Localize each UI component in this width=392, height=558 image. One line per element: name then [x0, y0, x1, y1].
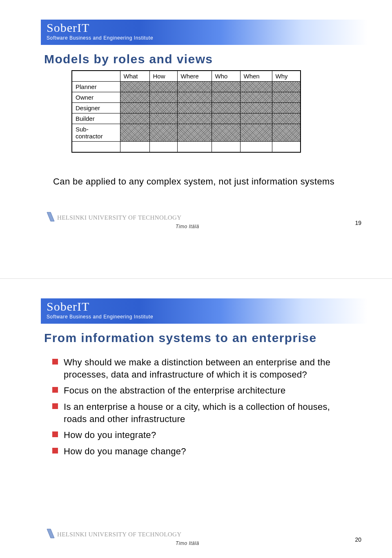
- slide-2: SoberIT Software Business and Engineerin…: [0, 279, 392, 558]
- col-head-who: Who: [212, 71, 240, 82]
- table-caption: Can be applied to any complex system, no…: [53, 176, 343, 188]
- row-head-builder: Builder: [72, 113, 120, 124]
- table-cell: [240, 113, 272, 124]
- bullet-text: Why should we make a distinction between…: [64, 356, 355, 380]
- footer-university: HELSINKI UNIVERSITY OF TECHNOLOGY: [57, 531, 181, 538]
- table-row: Designer: [72, 103, 301, 113]
- bullet-text: How do you manage change?: [64, 445, 355, 458]
- row-head-subcontractor: Sub- contractor: [72, 124, 120, 142]
- col-head-how: How: [149, 71, 177, 82]
- table-cell: [240, 92, 272, 103]
- table-cell: [177, 113, 212, 124]
- col-head-what: What: [120, 71, 149, 82]
- table-cell: [149, 113, 177, 124]
- col-head-why: Why: [272, 71, 301, 82]
- table-cell: [240, 142, 272, 152]
- table-cell: [120, 103, 149, 113]
- bullet-text: Is an enterprise a house or a city, whic…: [64, 401, 355, 425]
- table-cell: [149, 82, 177, 92]
- brand-title: SoberIT: [47, 21, 362, 34]
- col-head-when: When: [240, 71, 272, 82]
- table-header-row: What How Where Who When Why: [72, 71, 301, 82]
- list-item: Is an enterprise a house or a city, whic…: [52, 401, 355, 425]
- table-cell: [120, 82, 149, 92]
- table-cell: [212, 142, 240, 152]
- table-cell: [149, 124, 177, 142]
- brand-subtitle: Software Business and Engineering Instit…: [47, 35, 362, 42]
- footer-author: Timo Itälä: [176, 224, 199, 229]
- header-bar: SoberIT Software Business and Engineerin…: [41, 298, 368, 324]
- table-cell: [240, 124, 272, 142]
- page-number: 19: [355, 220, 361, 226]
- list-item: How do you manage change?: [52, 445, 355, 458]
- slide-title: Models by roles and views: [44, 52, 213, 66]
- table-cell: [240, 103, 272, 113]
- table-cell: [212, 124, 240, 142]
- table-cell: [212, 103, 240, 113]
- row-head-owner: Owner: [72, 92, 120, 103]
- bullet-square-icon: [52, 403, 58, 409]
- table-cell: [120, 92, 149, 103]
- table-cell: [272, 142, 301, 152]
- table-cell: [72, 142, 120, 152]
- table-cell: [177, 142, 212, 152]
- col-head-where: Where: [177, 71, 212, 82]
- table-cell: [120, 124, 149, 142]
- slide-1: SoberIT Software Business and Engineerin…: [0, 0, 392, 279]
- row-head-designer: Designer: [72, 103, 120, 113]
- table-cell: [120, 142, 149, 152]
- table-cell: [149, 103, 177, 113]
- table-cell: [272, 82, 301, 92]
- bullet-square-icon: [52, 431, 58, 437]
- bullet-square-icon: [52, 359, 58, 365]
- table-cell: [120, 113, 149, 124]
- table-cell: [212, 92, 240, 103]
- table-cell: [272, 124, 301, 142]
- bullet-list: Why should we make a distinction between…: [52, 356, 355, 462]
- row-head-planner: Planner: [72, 82, 120, 92]
- footer-university: HELSINKI UNIVERSITY OF TECHNOLOGY: [57, 214, 181, 221]
- header-bar: SoberIT Software Business and Engineerin…: [41, 20, 368, 45]
- table-cell: [177, 92, 212, 103]
- brand-title: SoberIT: [47, 300, 362, 313]
- footer-author: Timo Itälä: [176, 540, 199, 546]
- page-number: 20: [355, 536, 361, 543]
- university-logo-icon: [46, 211, 56, 222]
- table-row-empty: [72, 142, 301, 152]
- table-cell: [212, 82, 240, 92]
- table-cell: [177, 124, 212, 142]
- table-cell: [149, 142, 177, 152]
- table-row: Sub- contractor: [72, 124, 301, 142]
- table-cell: [272, 103, 301, 113]
- slide-title: From information systems to an enterpris…: [44, 331, 317, 345]
- table-corner-cell: [72, 71, 120, 82]
- brand-subtitle: Software Business and Engineering Instit…: [47, 314, 362, 320]
- list-item: How do you integrate?: [52, 429, 355, 441]
- table-cell: [240, 82, 272, 92]
- zachman-table: What How Where Who When Why Planner: [71, 70, 301, 153]
- bullet-text: Focus on the abstraction of the enterpri…: [64, 385, 355, 397]
- list-item: Why should we make a distinction between…: [52, 356, 355, 380]
- table-row: Owner: [72, 92, 301, 103]
- bullet-square-icon: [52, 387, 58, 393]
- university-logo-icon: [46, 528, 56, 539]
- bullet-text: How do you integrate?: [64, 429, 355, 441]
- table-cell: [149, 92, 177, 103]
- table-cell: [177, 82, 212, 92]
- bullet-square-icon: [52, 448, 58, 454]
- table-row: Planner: [72, 82, 301, 92]
- table-cell: [272, 113, 301, 124]
- list-item: Focus on the abstraction of the enterpri…: [52, 385, 355, 397]
- table-row: Builder: [72, 113, 301, 124]
- table-cell: [212, 113, 240, 124]
- table-cell: [272, 92, 301, 103]
- table-cell: [177, 103, 212, 113]
